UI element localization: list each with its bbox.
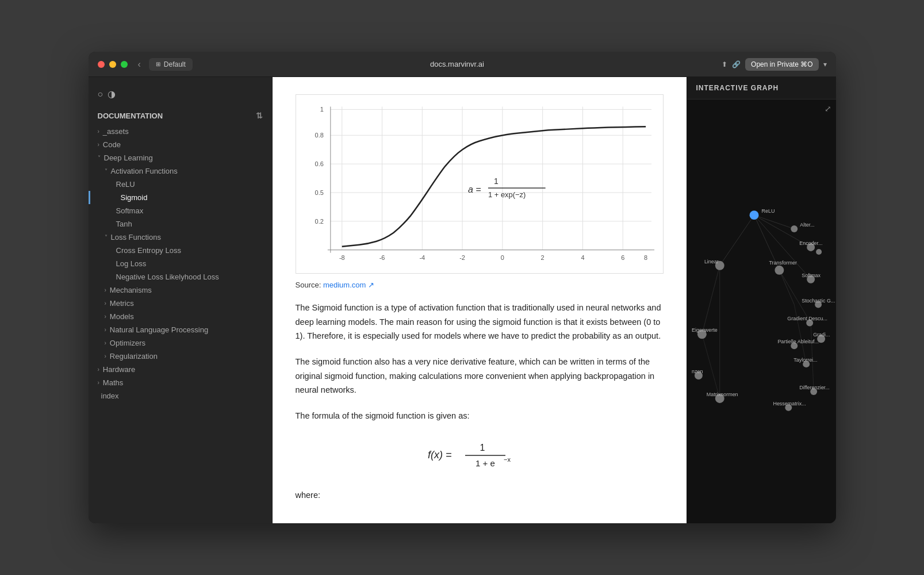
svg-text:ReLU: ReLU (761, 208, 775, 214)
expand-icon[interactable]: ⤢ (825, 104, 831, 113)
sort-icon[interactable]: ⇅ (256, 111, 263, 120)
nav-label: Optimizers (110, 339, 145, 347)
where-label: where: (296, 488, 664, 503)
arrow-icon: › (98, 366, 99, 373)
svg-text:Eigenwerte: Eigenwerte (691, 327, 717, 333)
nav-label: Activation Functions (111, 167, 178, 175)
arrow-icon: › (98, 379, 99, 386)
nav-label: Mechanisms (110, 286, 152, 294)
source-line: Source: medium.com ↗ (296, 281, 664, 289)
svg-text:1: 1 (320, 106, 323, 113)
nav-item-tanh[interactable]: Tanh (89, 217, 272, 231)
arrow-icon: › (98, 141, 99, 148)
nav-item-maths[interactable]: › Maths (89, 376, 272, 389)
theme-light-icon[interactable]: ○ (98, 89, 103, 99)
svg-text:Gradi...: Gradi... (813, 332, 830, 338)
bookmark-icon[interactable]: 🔗 (732, 60, 741, 68)
share-icon[interactable]: ⬆ (722, 60, 727, 68)
svg-text:1: 1 (493, 177, 498, 186)
svg-text:-4: -4 (419, 254, 425, 261)
formula-block: f(x) = 1 1 + e −x (296, 436, 664, 474)
private-button[interactable]: Open in Private ⌘O (745, 58, 818, 71)
url-bar: docs.marvinvr.ai (204, 60, 710, 68)
theme-dark-icon[interactable]: ◑ (108, 89, 116, 99)
sidebar: ○ ◑ DOCUMENTATION ⇅ › _assets › Code ˅ D… (89, 77, 273, 523)
nav-item-deep-learning[interactable]: ˅ Deep Learning (89, 151, 272, 164)
svg-point-52 (749, 210, 758, 220)
svg-point-54 (791, 225, 798, 232)
nav-item-nlp[interactable]: › Natural Language Processing (89, 323, 272, 336)
graph-panel: INTERACTIVE GRAPH (687, 77, 836, 523)
interactive-graph-svg: ReLU Alter... Encoder... Linear Transfor… (687, 99, 836, 523)
svg-text:Encoder...: Encoder... (799, 240, 822, 246)
tab-icon: ⊞ (156, 61, 160, 67)
svg-text:2: 2 (540, 254, 544, 261)
nav-item-activation-functions[interactable]: ˅ Activation Functions (89, 164, 272, 178)
nav-item-softmax[interactable]: Softmax (89, 204, 272, 217)
nav-item-models[interactable]: › Models (89, 310, 272, 323)
nav-item-loss-functions[interactable]: ˅ Loss Functions (89, 231, 272, 244)
svg-text:-8: -8 (339, 254, 344, 261)
svg-text:Hessematrix...: Hessematrix... (773, 401, 806, 407)
arrow-icon: › (105, 340, 106, 346)
nav-item-assets[interactable]: › _assets (89, 125, 272, 138)
svg-text:-2: -2 (459, 254, 465, 261)
svg-text:8: 8 (644, 254, 647, 261)
nav-label: Log Loss (116, 259, 147, 268)
arrow-icon: › (105, 300, 106, 306)
svg-line-47 (779, 270, 794, 305)
svg-text:−x: −x (504, 456, 511, 463)
paragraph-3: The formula of the sigmoid function is g… (296, 409, 664, 423)
svg-text:a =: a = (468, 185, 481, 194)
paragraph-1: The Sigmoid function is a type of activa… (296, 301, 664, 343)
arrow-icon: › (105, 313, 106, 320)
source-link[interactable]: medium.com ↗ (323, 281, 374, 289)
graph-panel-title: INTERACTIVE GRAPH (687, 77, 836, 99)
nav-item-negative-loss[interactable]: Negative Loss Likelyhood Loss (89, 270, 272, 283)
browser-window: ‹ ⊞ Default docs.marvinvr.ai ⬆ 🔗 Open in… (89, 52, 836, 523)
nav-item-log-loss[interactable]: Log Loss (89, 257, 272, 270)
nav-item-optimizers[interactable]: › Optimizers (89, 336, 272, 350)
nav-item-relu[interactable]: ReLU (89, 178, 272, 191)
dropdown-icon[interactable]: ▾ (823, 60, 827, 68)
nav-label: Softmax (116, 206, 144, 215)
nav-item-index[interactable]: index (89, 389, 272, 402)
nav-item-cross-entropy[interactable]: Cross Entropy Loss (89, 244, 272, 257)
svg-text:1 + exp(−z): 1 + exp(−z) (488, 190, 525, 199)
graph-panel-content[interactable]: ReLU Alter... Encoder... Linear Transfor… (687, 99, 836, 523)
nav-item-metrics[interactable]: › Metrics (89, 297, 272, 310)
svg-text:f(x) =: f(x) = (428, 449, 452, 461)
minimize-button[interactable] (109, 61, 116, 68)
arrow-icon: › (105, 353, 106, 359)
maximize-button[interactable] (121, 61, 128, 68)
nav-item-mechanisms[interactable]: › Mechanisms (89, 283, 272, 297)
svg-text:nzen: nzen (691, 369, 702, 374)
nav-label: Sigmoid (121, 193, 148, 202)
nav-label: Metrics (110, 299, 134, 308)
browser-tab[interactable]: ⊞ Default (149, 58, 193, 71)
svg-text:0.6: 0.6 (315, 160, 323, 167)
titlebar: ‹ ⊞ Default docs.marvinvr.ai ⬆ 🔗 Open in… (89, 52, 836, 77)
svg-text:0.2: 0.2 (315, 218, 323, 225)
traffic-lights (98, 61, 128, 68)
svg-text:0: 0 (500, 254, 504, 261)
back-button[interactable]: ‹ (135, 58, 144, 71)
nav-item-sigmoid[interactable]: Sigmoid (89, 191, 272, 204)
nav-label: Natural Language Processing (110, 325, 208, 334)
nav-item-code[interactable]: › Code (89, 138, 272, 151)
sidebar-title: DOCUMENTATION ⇅ (89, 109, 272, 125)
arrow-icon: › (105, 287, 106, 293)
svg-text:Stochastic G...: Stochastic G... (802, 298, 835, 304)
arrow-icon: ˅ (105, 234, 108, 240)
nav-item-regularization[interactable]: › Regularization (89, 350, 272, 363)
nav-label: Code (103, 140, 121, 149)
svg-text:Alter...: Alter... (800, 222, 814, 228)
close-button[interactable] (98, 61, 105, 68)
svg-line-42 (719, 215, 754, 266)
nav-label: Cross Entropy Loss (116, 246, 181, 255)
nav-item-hardware[interactable]: › Hardware (89, 363, 272, 376)
arrow-icon: › (98, 128, 99, 135)
svg-text:6: 6 (621, 254, 624, 261)
svg-text:Transformer: Transformer (769, 260, 796, 266)
nav-label: Regularization (110, 352, 158, 361)
